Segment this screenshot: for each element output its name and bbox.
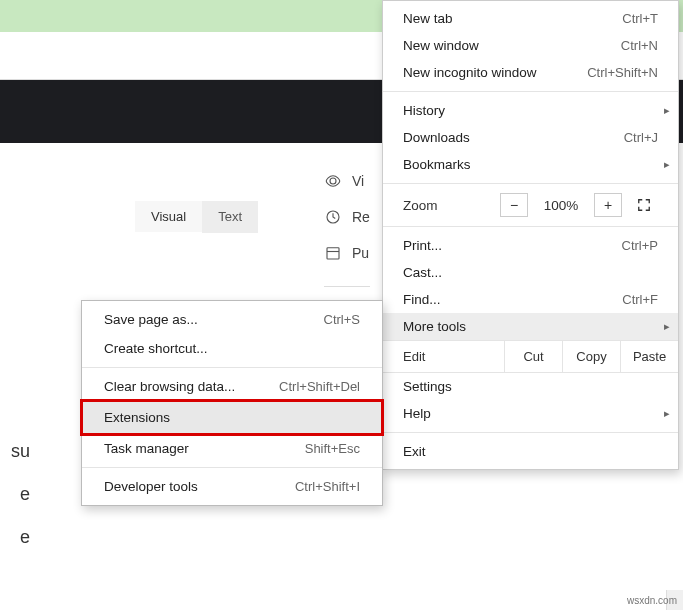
eye-icon bbox=[324, 172, 342, 190]
menu-downloads[interactable]: DownloadsCtrl+J bbox=[383, 124, 678, 151]
zoom-value: 100% bbox=[536, 198, 586, 213]
edit-cut-button[interactable]: Cut bbox=[504, 341, 562, 372]
menu-new-tab[interactable]: New tabCtrl+T bbox=[383, 5, 678, 32]
fullscreen-icon bbox=[637, 198, 651, 212]
menu-print[interactable]: Print...Ctrl+P bbox=[383, 232, 678, 259]
revisions-row[interactable]: Re bbox=[324, 208, 370, 226]
visibility-row[interactable]: Vi bbox=[324, 172, 370, 190]
menu-help[interactable]: Help bbox=[383, 400, 678, 427]
zoom-label: Zoom bbox=[403, 198, 492, 213]
publish-row[interactable]: Pu bbox=[324, 244, 370, 262]
submenu-task-manager[interactable]: Task managerShift+Esc bbox=[82, 434, 382, 463]
submenu-extensions[interactable]: Extensions bbox=[82, 401, 382, 434]
editor-side-icons: Vi Re Pu bbox=[324, 172, 370, 287]
submenu-developer-tools[interactable]: Developer toolsCtrl+Shift+I bbox=[82, 472, 382, 501]
menu-new-window[interactable]: New windowCtrl+N bbox=[383, 32, 678, 59]
menu-zoom-row: Zoom − 100% + bbox=[383, 189, 678, 221]
tab-visual[interactable]: Visual bbox=[135, 201, 202, 233]
more-tools-submenu: Save page as...Ctrl+S Create shortcut...… bbox=[81, 300, 383, 506]
menu-exit[interactable]: Exit bbox=[383, 438, 678, 465]
svg-rect-7 bbox=[327, 248, 339, 259]
zoom-in-button[interactable]: + bbox=[594, 193, 622, 217]
menu-cast[interactable]: Cast... bbox=[383, 259, 678, 286]
submenu-create-shortcut[interactable]: Create shortcut... bbox=[82, 334, 382, 363]
submenu-save-page[interactable]: Save page as...Ctrl+S bbox=[82, 305, 382, 334]
menu-find[interactable]: Find...Ctrl+F bbox=[383, 286, 678, 313]
menu-more-tools[interactable]: More tools bbox=[383, 313, 678, 340]
fullscreen-button[interactable] bbox=[630, 198, 658, 212]
menu-history[interactable]: History bbox=[383, 97, 678, 124]
source-watermark: wsxdn.com bbox=[627, 595, 677, 606]
menu-new-incognito[interactable]: New incognito windowCtrl+Shift+N bbox=[383, 59, 678, 86]
page-body-fragment: su e e bbox=[0, 430, 30, 560]
menu-edit-row: Edit Cut Copy Paste bbox=[383, 340, 678, 373]
submenu-clear-browsing-data[interactable]: Clear browsing data...Ctrl+Shift+Del bbox=[82, 372, 382, 401]
edit-copy-button[interactable]: Copy bbox=[562, 341, 620, 372]
menu-bookmarks[interactable]: Bookmarks bbox=[383, 151, 678, 178]
tab-text[interactable]: Text bbox=[202, 201, 258, 233]
chrome-main-menu: New tabCtrl+T New windowCtrl+N New incog… bbox=[382, 0, 679, 470]
history-icon bbox=[324, 208, 342, 226]
menu-settings[interactable]: Settings bbox=[383, 373, 678, 400]
zoom-out-button[interactable]: − bbox=[500, 193, 528, 217]
calendar-icon bbox=[324, 244, 342, 262]
edit-label: Edit bbox=[383, 341, 504, 372]
edit-paste-button[interactable]: Paste bbox=[620, 341, 678, 372]
